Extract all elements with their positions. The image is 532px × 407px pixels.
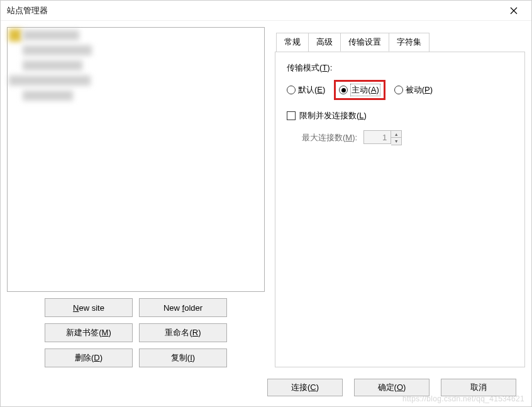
tab-general[interactable]: 常规 — [276, 33, 309, 52]
radio-icon — [287, 86, 296, 94]
radio-passive[interactable]: 被动(P) — [394, 84, 433, 96]
delete-button[interactable]: 删除(D) — [45, 348, 133, 367]
spinner-up-button[interactable]: ▲ — [391, 131, 401, 138]
radio-icon — [394, 86, 403, 94]
transfer-mode-radios: 默认(E) 主动(A) 被动(P) — [287, 80, 513, 100]
tree-item-blurred — [9, 75, 91, 86]
tab-bar: 常规 高级 传输设置 字符集 — [276, 32, 525, 52]
new-site-button[interactable]: New site — [45, 298, 133, 317]
checkbox-icon — [287, 111, 296, 120]
limit-connections-checkbox[interactable]: 限制并发连接数(L) — [287, 110, 513, 121]
tab-advanced[interactable]: 高级 — [308, 33, 341, 52]
radio-active[interactable]: 主动(A) — [339, 84, 380, 96]
cancel-button[interactable]: 取消 — [441, 379, 516, 396]
max-conn-input[interactable] — [363, 130, 391, 144]
close-icon — [510, 7, 518, 14]
radio-label: 被动(P) — [406, 84, 433, 96]
max-connections-row: 最大连接数(M): ▲ ▼ — [302, 130, 513, 145]
radio-label: 默认(E) — [298, 84, 325, 96]
window-title: 站点管理器 — [7, 5, 500, 16]
rename-button[interactable]: 重命名(R) — [139, 323, 227, 342]
transfer-mode-label: 传输模式(T): — [287, 62, 513, 74]
tree-item-blurred — [23, 30, 79, 40]
checkbox-label: 限制并发连接数(L) — [299, 110, 367, 121]
tree-item-blurred — [23, 45, 92, 55]
highlight-active-mode: 主动(A) — [334, 80, 385, 100]
tab-transfer[interactable]: 传输设置 — [340, 33, 389, 52]
ok-button[interactable]: 确定(O) — [354, 379, 429, 396]
right-pane: 常规 高级 传输设置 字符集 传输模式(T): 默认(E) 主动(A) — [275, 27, 525, 367]
max-conn-spinner: ▲ ▼ — [363, 130, 402, 145]
site-buttons: New site New folder 新建书签(M) 重命名(R) 删除(D)… — [7, 298, 265, 367]
copy-button[interactable]: 复制(I) — [139, 348, 227, 367]
titlebar: 站点管理器 — [1, 1, 531, 21]
left-pane: New site New folder 新建书签(M) 重命名(R) 删除(D)… — [7, 27, 265, 367]
max-conn-label: 最大连接数(M): — [302, 132, 357, 143]
dialog-window: 站点管理器 New site New folder 新建书签(M) 重命名(R)… — [0, 0, 532, 407]
new-folder-button[interactable]: New folder — [139, 298, 227, 317]
tab-charset[interactable]: 字符集 — [389, 33, 429, 52]
spinner-buttons: ▲ ▼ — [391, 130, 402, 145]
new-bookmark-button[interactable]: 新建书签(M) — [45, 323, 133, 342]
radio-default[interactable]: 默认(E) — [287, 84, 325, 96]
radio-icon — [339, 86, 348, 94]
tree-item-blurred — [23, 91, 73, 101]
connect-button[interactable]: 连接(C) — [267, 379, 343, 396]
tree-item-blurred — [23, 60, 82, 70]
dialog-footer: 连接(C) 确定(O) 取消 — [1, 374, 531, 406]
spinner-down-button[interactable]: ▼ — [391, 138, 401, 145]
tree-folder-icon — [9, 29, 21, 42]
radio-label: 主动(A) — [350, 84, 380, 96]
site-tree[interactable] — [7, 27, 265, 292]
transfer-panel: 传输模式(T): 默认(E) 主动(A) 被动(P) — [275, 52, 525, 367]
content-area: New site New folder 新建书签(M) 重命名(R) 删除(D)… — [1, 21, 531, 374]
close-button[interactable] — [500, 1, 528, 20]
